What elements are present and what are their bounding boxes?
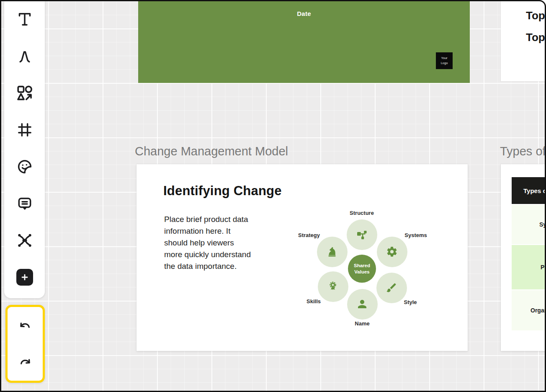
diagram-label-structure: Structure [350, 210, 374, 216]
undo-button[interactable] [16, 319, 34, 336]
diagram-label-skills: Skills [306, 298, 321, 304]
sticker-tool-button[interactable] [16, 158, 33, 175]
slide-label-types-of[interactable]: Types of [500, 144, 546, 158]
history-panel [5, 305, 45, 383]
slide-identifying-change[interactable]: Identifying Change Place brief product d… [136, 164, 468, 351]
sitemap-icon [355, 228, 368, 241]
connector-tool-button[interactable] [16, 232, 33, 249]
topic-item: Top [526, 9, 545, 22]
topic-item: Top [526, 31, 545, 44]
person-icon [356, 298, 368, 310]
diagram-node-skills [318, 271, 348, 302]
add-button[interactable] [16, 269, 33, 286]
diagram-node-strategy [317, 237, 348, 267]
table-row-label: Sys [539, 221, 546, 228]
diagram-node-structure [347, 219, 377, 250]
types-table: Types o Sys Pr Organ [512, 177, 546, 330]
slide-label-change-model[interactable]: Change Management Model [135, 144, 288, 158]
add-icon [19, 272, 30, 283]
whiteboard-canvas[interactable]: Date Your Logo Top Top Change Management… [0, 0, 546, 392]
diagram-center-shared-values: Shared Values [348, 255, 376, 283]
diagram-node-systems [377, 237, 407, 267]
diagram-label-systems: Systems [404, 232, 427, 238]
slide-types-of[interactable]: Types o Sys Pr Organ [501, 164, 546, 351]
comment-icon [16, 195, 33, 212]
sticker-icon [16, 158, 33, 175]
undo-icon [17, 320, 33, 335]
types-table-header: Types o [512, 177, 546, 204]
shapes-tool-button[interactable] [16, 85, 33, 101]
diagram-label-style: Style [404, 299, 417, 305]
redo-button[interactable] [16, 356, 34, 372]
shapes-icon [16, 84, 33, 102]
diagram-node-name [347, 289, 378, 320]
award-icon [327, 280, 339, 293]
tools-panel [4, 0, 45, 298]
marker-icon [16, 48, 33, 64]
date-title: Date [138, 10, 470, 17]
slide-topics[interactable]: Top Top [501, 0, 546, 81]
slide-date[interactable]: Date Your Logo [138, 0, 470, 83]
text-tool-button[interactable] [16, 11, 33, 28]
diagram-label-name: Name [355, 320, 369, 327]
diagram-label-strategy: Strategy [298, 232, 320, 238]
diagram-center-label: Shared Values [351, 263, 373, 275]
frame-icon [16, 121, 33, 138]
connector-icon [16, 232, 33, 249]
slide-body-text: Place brief product data information her… [164, 214, 251, 272]
table-row: Sys [512, 204, 546, 244]
text-icon [16, 11, 33, 28]
slide-title: Identifying Change [163, 183, 282, 199]
diagram-node-style [376, 273, 407, 303]
logo-placeholder[interactable]: Your Logo [436, 52, 453, 69]
gear-icon [386, 246, 398, 258]
types-table-header-label: Types o [523, 187, 546, 194]
table-row-label: Pr [541, 264, 546, 271]
table-row: Pr [512, 244, 546, 289]
redo-icon [17, 357, 33, 371]
table-row: Organ [512, 289, 546, 330]
brush-icon [386, 282, 397, 294]
comment-tool-button[interactable] [16, 195, 33, 212]
table-row-label: Organ [531, 307, 546, 314]
marker-tool-button[interactable] [16, 48, 33, 64]
frame-tool-button[interactable] [16, 121, 33, 138]
knight-icon [326, 245, 338, 258]
